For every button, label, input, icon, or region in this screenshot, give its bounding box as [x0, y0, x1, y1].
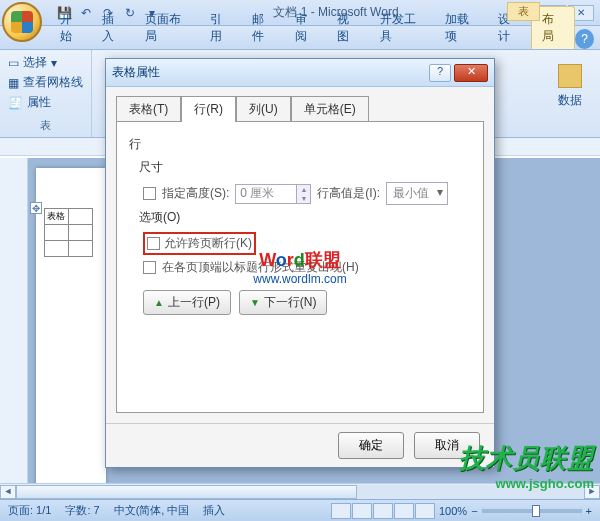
arrow-down-icon: ▼ [250, 297, 260, 308]
tab-review[interactable]: 审阅 [285, 7, 327, 49]
data-button[interactable]: 数据 [550, 54, 590, 118]
dialog-title: 表格属性 [112, 64, 429, 81]
view-draft-icon[interactable] [415, 503, 435, 519]
row-height-mode-select[interactable]: 最小值 [386, 182, 448, 205]
options-heading: 选项(O) [139, 209, 471, 226]
office-logo-icon [11, 11, 33, 33]
vertical-ruler[interactable] [0, 158, 28, 499]
dialog-tab-row[interactable]: 行(R) [181, 96, 236, 122]
office-button[interactable] [2, 2, 42, 42]
view-web-icon[interactable] [373, 503, 393, 519]
zoom-thumb[interactable] [532, 505, 540, 517]
table-cell[interactable] [69, 241, 93, 257]
height-spinner[interactable]: ▲▼ [235, 184, 311, 204]
dialog-title-bar[interactable]: 表格属性 ? ✕ [106, 59, 494, 87]
tab-addins[interactable]: 加载项 [435, 7, 489, 49]
document-table[interactable]: 表格 [44, 208, 93, 257]
repeat-header-checkbox[interactable] [143, 261, 156, 274]
tab-insert[interactable]: 插入 [92, 7, 134, 49]
tab-mailings[interactable]: 邮件 [242, 7, 284, 49]
row-heading: 行 [129, 136, 471, 153]
allow-break-highlight: 允许跨页断行(K) [143, 232, 256, 255]
table-cell[interactable] [69, 225, 93, 241]
table-cell[interactable] [45, 241, 69, 257]
arrow-up-icon: ▲ [154, 297, 164, 308]
allow-break-label: 允许跨页断行(K) [164, 235, 252, 252]
ribbon-group-data: 数据 [540, 50, 600, 137]
zoom-in-icon[interactable]: + [586, 505, 592, 517]
status-page[interactable]: 页面: 1/1 [8, 503, 51, 518]
specify-height-label: 指定高度(S): [162, 185, 229, 202]
scroll-thumb[interactable] [16, 485, 357, 499]
spinner-up-icon[interactable]: ▲ [296, 185, 310, 194]
spinner-down-icon[interactable]: ▼ [296, 194, 310, 203]
tab-references[interactable]: 引用 [200, 7, 242, 49]
view-gridlines-button[interactable]: ▦ 查看网格线 [8, 74, 83, 91]
dialog-help-button[interactable]: ? [429, 64, 451, 82]
status-insert-mode[interactable]: 插入 [203, 503, 225, 518]
table-properties-dialog: 表格属性 ? ✕ 表格(T) 行(R) 列(U) 单元格(E) 行 尺寸 指定高… [105, 58, 495, 468]
view-outline-icon[interactable] [394, 503, 414, 519]
ribbon-tab-strip: 开始 插入 页面布局 引用 邮件 审阅 视图 开发工具 加载项 设计 布局 ? [0, 26, 600, 50]
zoom-out-icon[interactable]: − [471, 505, 477, 517]
dialog-tabs: 表格(T) 行(R) 列(U) 单元格(E) [106, 87, 494, 121]
tab-view[interactable]: 视图 [327, 7, 369, 49]
status-words[interactable]: 字数: 7 [65, 503, 99, 518]
dialog-tab-column[interactable]: 列(U) [236, 96, 291, 122]
status-bar: 页面: 1/1 字数: 7 中文(简体, 中国 插入 100% − + [0, 499, 600, 521]
properties-button[interactable]: 🧾 属性 [8, 94, 83, 111]
data-icon [558, 64, 582, 88]
table-cell[interactable] [45, 225, 69, 241]
view-fullscreen-icon[interactable] [352, 503, 372, 519]
status-language[interactable]: 中文(简体, 中国 [114, 503, 190, 518]
repeat-header-label: 在各页顶端以标题行形式重复出现(H) [162, 259, 359, 276]
zoom-level[interactable]: 100% [439, 505, 467, 517]
corner-brand-url: www.jsgho.com [459, 476, 594, 491]
dialog-close-button[interactable]: ✕ [454, 64, 488, 82]
corner-brand-title: 技术员联盟 [459, 441, 594, 476]
ok-button[interactable]: 确定 [338, 432, 404, 459]
zoom-slider[interactable] [482, 509, 582, 513]
table-cell[interactable]: 表格 [45, 209, 69, 225]
select-button[interactable]: ▭ 选择 ▾ [8, 54, 83, 71]
view-buttons [331, 503, 435, 519]
contextual-tab-label: 表 [507, 2, 540, 21]
table-cell[interactable] [69, 209, 93, 225]
help-icon[interactable]: ? [575, 29, 594, 49]
ribbon-group-table: ▭ 选择 ▾ ▦ 查看网格线 🧾 属性 表 [0, 50, 92, 137]
size-heading: 尺寸 [139, 159, 471, 176]
next-row-button[interactable]: ▼下一行(N) [239, 290, 328, 315]
row-height-is-label: 行高值是(I): [317, 185, 380, 202]
ribbon-group-label: 表 [8, 118, 83, 133]
scroll-left-icon[interactable]: ◄ [0, 485, 16, 499]
tab-page-layout[interactable]: 页面布局 [135, 7, 200, 49]
tab-home[interactable]: 开始 [50, 7, 92, 49]
allow-break-checkbox[interactable] [147, 237, 160, 250]
height-input[interactable] [236, 185, 296, 203]
table-move-handle-icon[interactable]: ✥ [30, 202, 42, 214]
dialog-tab-table[interactable]: 表格(T) [116, 96, 181, 122]
view-print-layout-icon[interactable] [331, 503, 351, 519]
corner-brand: 技术员联盟 www.jsgho.com [459, 441, 594, 491]
dialog-panel: 行 尺寸 指定高度(S): ▲▼ 行高值是(I): 最小值 选项(O) 允许跨页… [116, 121, 484, 413]
prev-row-button[interactable]: ▲上一行(P) [143, 290, 231, 315]
specify-height-checkbox[interactable] [143, 187, 156, 200]
dialog-footer: 确定 取消 [106, 423, 494, 467]
dialog-tab-cell[interactable]: 单元格(E) [291, 96, 369, 122]
tab-developer[interactable]: 开发工具 [370, 7, 435, 49]
document-page[interactable]: ✥ 表格 [36, 168, 106, 499]
